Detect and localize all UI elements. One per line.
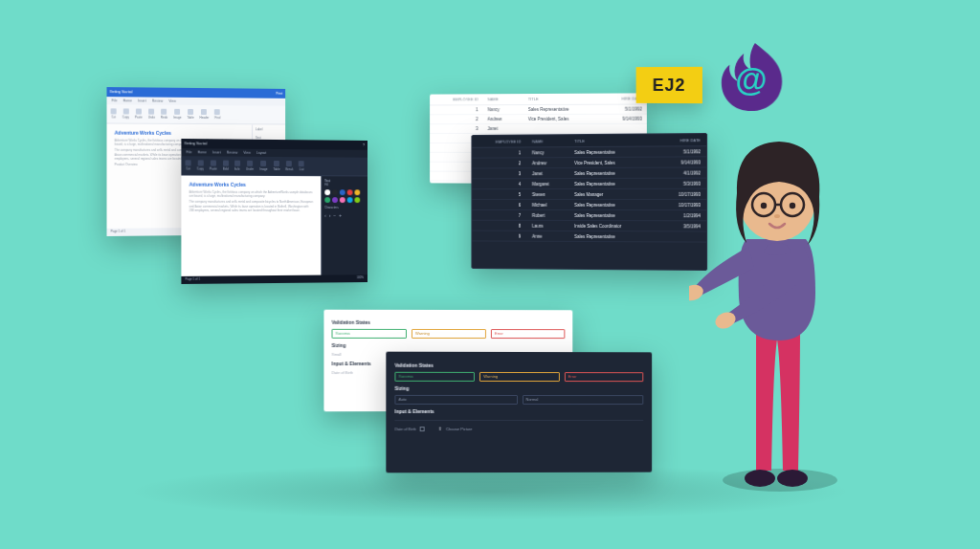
wp-toolbar-dark: Cut Copy Paste Bold Italic Under Image T… [181, 156, 368, 176]
wp-tool-italic[interactable]: Italic [234, 161, 240, 171]
datagrid-dark-panel: EMPLOYEE ID NAME TITLE HIRE DATE 1NancyS… [471, 133, 707, 271]
wp-tool-under[interactable]: Under [246, 161, 254, 171]
blazor-flame-logo: @ [714, 40, 788, 116]
cut-icon [185, 160, 190, 165]
swatch[interactable] [324, 197, 330, 203]
datagrid-dark[interactable]: EMPLOYEE ID NAME TITLE HIRE DATE 1NancyS… [472, 134, 706, 243]
wp-page-count: Page 1 of 1 [111, 230, 126, 233]
col-header[interactable]: TITLE [568, 134, 656, 146]
minus-icon[interactable]: − [333, 212, 336, 218]
swatch[interactable] [354, 189, 360, 195]
input-success[interactable]: Success [331, 329, 406, 339]
wp-tab[interactable]: Home [122, 99, 131, 102]
table-row[interactable]: 7RobertSales Representative1/2/1994 [472, 209, 706, 220]
wp-tool-table[interactable]: Table [187, 109, 193, 120]
input-normal[interactable]: Normal [522, 395, 643, 405]
input-success[interactable]: Success [394, 372, 475, 382]
swatch[interactable] [354, 197, 360, 203]
wp-tab[interactable]: File [187, 150, 192, 154]
wp-tab[interactable]: Review [227, 151, 238, 155]
wp-toolbar: Cut Copy Paste Undo Redo Image Table Hea… [106, 104, 285, 124]
wp-tool-break[interactable]: Break [285, 161, 293, 171]
table-row[interactable]: 9AnneSales Representative [472, 231, 706, 242]
plus-icon[interactable]: + [339, 212, 342, 218]
wp-paragraph: Adventure Works Cycles, the fictitious c… [189, 190, 314, 199]
input-auto[interactable]: Auto [394, 395, 517, 405]
wp-page-count: Page 1 of 1 [185, 277, 200, 281]
wp-tool-image[interactable]: Image [259, 161, 267, 171]
wp-heading: Adventure Works Cycles [189, 182, 314, 188]
wp-tool-cut[interactable]: Cut [111, 108, 117, 119]
col-header[interactable]: EMPLOYEE ID [472, 136, 526, 148]
table-cell: 3 [472, 168, 526, 179]
help-icon[interactable]: ? [363, 143, 365, 147]
table-cell: Nancy [483, 105, 523, 115]
input-error[interactable]: Error [565, 372, 644, 382]
table-icon [188, 109, 193, 115]
swatch[interactable] [340, 189, 345, 195]
wp-tool-list[interactable]: List [299, 161, 304, 171]
table-row[interactable]: 4MargaretSales Representative5/3/1993 [472, 178, 706, 189]
wp-tool-cut[interactable]: Cut [185, 160, 190, 170]
wp-tool-paste[interactable]: Paste [210, 161, 217, 171]
input-error[interactable]: Error [491, 329, 565, 339]
swatch[interactable] [347, 189, 353, 195]
col-header[interactable]: NAME [526, 135, 568, 147]
dob-field[interactable]: Date of Birth [394, 427, 424, 431]
wp-document[interactable]: Adventure Works Cycles Adventure Works C… [181, 176, 321, 276]
ej2-badge: EJ2 [636, 67, 702, 103]
wp-tab[interactable]: File [112, 99, 118, 102]
wp-tool-table[interactable]: Table [273, 161, 279, 171]
table-cell: Janet [483, 124, 523, 134]
redo-icon [162, 109, 167, 115]
chevron-left-icon[interactable]: ‹ [324, 212, 326, 218]
table-cell: Steven [526, 189, 568, 200]
table-cell [601, 123, 647, 133]
header-icon [201, 109, 207, 115]
section-sizing: Sizing [394, 385, 643, 391]
table-row[interactable]: 8LauraInside Sales Coordinator3/5/1994 [472, 220, 706, 231]
wp-tool-image[interactable]: Image [173, 109, 181, 120]
table-cell [523, 123, 601, 133]
wp-tab[interactable]: Layout [256, 151, 266, 155]
wp-title: Getting Started [184, 142, 207, 145]
wp-tool-paste[interactable]: Paste [135, 109, 143, 120]
table-row[interactable]: 5StevenSales Manager10/17/1993 [472, 188, 706, 199]
swatch[interactable] [332, 189, 338, 195]
upload-field[interactable]: ⇧ Choose Picture [438, 426, 473, 431]
wp-title: Getting Started [110, 90, 133, 94]
calendar-icon [420, 427, 425, 431]
col-header[interactable]: EMPLOYEE ID [430, 94, 482, 105]
wp-tab[interactable]: Insert [212, 150, 221, 154]
swatch[interactable] [340, 197, 345, 203]
wp-tool-redo[interactable]: Redo [161, 109, 167, 120]
wp-tool-header[interactable]: Header [200, 109, 210, 120]
input-warning[interactable]: Warning [412, 329, 486, 339]
col-header[interactable]: NAME [483, 94, 523, 105]
wp-paragraph: The company manufactures and sells metal… [189, 200, 314, 212]
table-row[interactable]: 2AndrewVice President, Sales9/14/1993 [430, 114, 647, 124]
wp-tab[interactable]: View [243, 151, 251, 155]
wp-tab[interactable]: Review [152, 99, 164, 103]
swatch[interactable] [347, 197, 353, 203]
table-row[interactable]: 6MichaelSales Representative10/17/1993 [472, 199, 706, 209]
wp-tab[interactable]: Home [197, 150, 206, 154]
table-row[interactable]: 3Janet [430, 123, 647, 133]
wp-zoom: 100% [357, 275, 364, 279]
wp-tab[interactable]: Insert [138, 99, 146, 102]
swatch[interactable] [324, 189, 330, 195]
wp-tool-copy[interactable]: Copy [122, 108, 129, 119]
wp-tab[interactable]: View [168, 99, 176, 103]
chevron-right-icon[interactable]: › [329, 212, 331, 218]
swatch[interactable] [332, 197, 338, 203]
table-cell: 5/1/1992 [601, 104, 647, 114]
wp-tool-bold[interactable]: Bold [223, 161, 229, 171]
wp-tool-find[interactable]: Find [214, 109, 220, 120]
wp-tool-undo[interactable]: Undo [148, 109, 155, 120]
input-warning[interactable]: Warning [479, 372, 559, 382]
wp-tool-copy[interactable]: Copy [197, 160, 204, 170]
table-cell: Andrew [526, 158, 568, 168]
table-row[interactable]: 1NancySales Representative5/1/1992 [430, 104, 647, 115]
col-header[interactable]: TITLE [523, 94, 601, 105]
table-row[interactable]: 3JanetSales Representative4/1/1992 [472, 167, 706, 179]
